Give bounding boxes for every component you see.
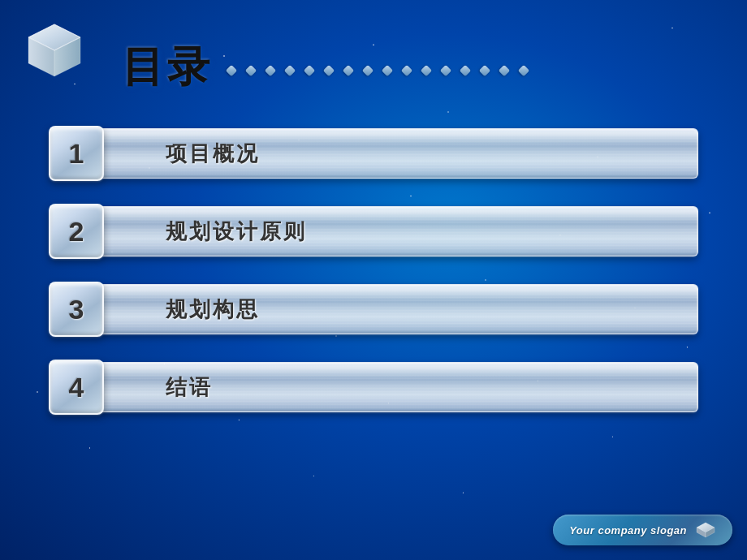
menu-number-1: 1 xyxy=(49,126,104,181)
dot-decoration-item xyxy=(401,65,412,76)
dot-decoration-item xyxy=(421,65,432,76)
slogan-text: Your company slogan xyxy=(569,524,687,536)
dot-decoration-item xyxy=(284,65,296,76)
dot-decoration-item xyxy=(499,65,510,76)
menu-container: 1项目概况2规划设计原则3规划构思4结语 xyxy=(49,126,698,415)
menu-bar-4: 结语 xyxy=(101,362,698,412)
menu-item-2[interactable]: 2规划设计原则 xyxy=(49,204,698,259)
menu-label-1: 项目概况 xyxy=(166,140,260,168)
dot-decoration-item xyxy=(343,65,354,76)
menu-number-2: 2 xyxy=(49,204,104,259)
menu-item-3[interactable]: 3规划构思 xyxy=(49,282,698,337)
menu-label-4: 结语 xyxy=(166,373,213,402)
menu-item-4[interactable]: 4结语 xyxy=(49,360,698,415)
dot-decoration-item xyxy=(440,65,451,76)
menu-bar-1: 项目概况 xyxy=(101,128,698,179)
slogan-bar: Your company slogan xyxy=(553,515,732,545)
dot-decoration-item xyxy=(245,65,257,76)
menu-bar-3: 规划构思 xyxy=(101,284,698,334)
page-title: 目录 xyxy=(122,39,213,96)
menu-label-2: 规划设计原则 xyxy=(166,218,307,246)
dot-decoration-item xyxy=(382,65,393,76)
menu-number-4: 4 xyxy=(49,360,104,415)
dot-decoration-item xyxy=(518,65,529,76)
menu-bar-2: 规划设计原则 xyxy=(101,206,698,256)
menu-number-3: 3 xyxy=(49,282,104,337)
dot-decoration-item xyxy=(226,65,237,76)
dot-decoration-item xyxy=(460,65,471,76)
dot-decoration xyxy=(227,67,731,75)
logo-cube xyxy=(22,18,87,83)
dot-decoration-item xyxy=(323,65,335,76)
menu-label-3: 规划构思 xyxy=(166,295,260,324)
logo-box xyxy=(10,10,99,91)
dot-decoration-item xyxy=(479,65,490,76)
dot-decoration-item xyxy=(265,65,276,76)
menu-item-1[interactable]: 1项目概况 xyxy=(49,126,698,181)
dot-decoration-item xyxy=(362,65,374,76)
dot-decoration-item xyxy=(304,65,315,76)
slogan-cube-icon xyxy=(695,521,716,539)
